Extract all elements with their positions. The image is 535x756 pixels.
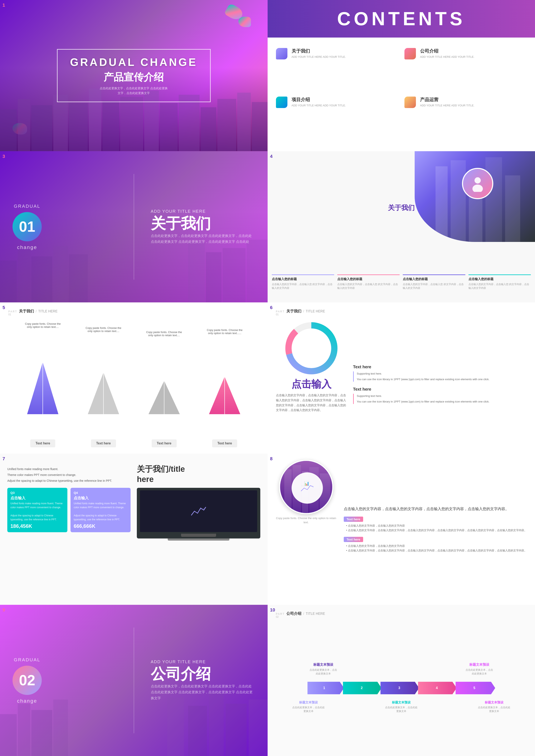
slash-10: / [303,612,304,616]
donut-chart-6 [284,321,339,376]
svg-marker-69 [456,682,495,694]
q3-box: Q3 点击输入 Unified fonts make reading more … [7,488,68,532]
slide9-left: GRADUAL 02 change [13,657,42,704]
building-circle-8: 📊 [279,460,333,514]
part-label-5: PART [8,310,17,313]
svg-rect-22 [206,252,221,302]
desc-text-9: 点击此处更换文字，点击此处更换文字 点击此处更换文字，点击此处 点击此处更换文字… [151,684,255,701]
col-2: 点击输入您的标题 点击输入您的文字内容，点击输入您 的文字内容，点击输入的文字内… [337,274,400,290]
title-here-5: TITLE HERE [38,310,57,313]
svg-rect-23 [223,248,245,302]
svg-rect-2 [18,99,30,151]
monitor-screen [140,490,257,532]
top-label-2: 标题文本预设 点击此处更换文本，点击 此处更换文本 [459,662,500,676]
subtitle-text: 点击此处更换文字，点击此处更换文字 点击此处更换 文字，点击此处更换文字 [70,86,198,95]
item-icon-1 [276,48,287,59]
svg-rect-53 [18,704,30,756]
intro-para-8: 点击输入您的文字内容，点击输入您的文字内容，点击输入您的文字内容，点击输入您的文… [344,506,528,512]
svg-point-31 [472,184,483,192]
part-title-10: 公司介绍 [286,611,301,616]
slide-10: 10 PART 02 公司介绍 / TITLE HERE 标题文本预设 点击此处… [268,605,535,756]
part-block-6: PART 01 [276,310,285,316]
top-label-spacer [380,662,422,676]
triangles-row [13,362,255,414]
svg-rect-12 [201,107,216,151]
bottom-row-10: 标题文本预设 点击此处更换文本，点击此处更换文本 标题文本预设 点击此处更换文本… [276,701,527,713]
part-block-10: PART 02 [276,612,285,618]
slide-number-8: 8 [270,456,273,462]
bottom-label-10-1: 标题文本预设 点击此处更换文本，点击此处更换文本 [292,701,325,713]
bottom-label-4: Text here [212,439,237,447]
part-header-5: PART 01 关于我们 / TITLE HERE [8,309,259,316]
col-3: 点击输入您的标题 点击输入您的文字内容，点击输入您 的文字内容，点击输入的文字内… [403,274,465,290]
contents-item-1: 关于我们 ADD YOUR TITLE HERE ADD YOUR TITLE. [276,48,398,90]
arrow-flow: 标题文本预设 点击此处更换文本，点击 此处更换文本 标题文本预设 点击此处更换文… [276,626,527,750]
slide-number-9: 9 [3,607,5,613]
contents-title: CONTENTS [337,8,465,30]
slide-8: 8 📊 [268,454,535,605]
title-here-6: TITLE HERE [306,310,325,313]
slide-6: 6 PART 01 关于我们 / TITLE HERE [268,302,535,454]
text-heading-2-6: Text here [353,387,527,392]
item-text-1: 关于我们 ADD YOUR TITLE HERE ADD YOUR TITLE. [292,48,346,58]
text-bullets-2-6: Supporting text here. You can use the ic… [353,394,527,404]
svg-rect-13 [217,99,236,151]
top-labels-row: 标题文本预设 点击此处更换文本，点击 此处更换文本 标题文本预设 点击此处更换文… [276,662,527,676]
svg-rect-57 [188,706,207,756]
contents-item-2: 公司介绍 ADD YOUR TITLE HERE ADD YOUR TITLE. [405,48,527,90]
svg-rect-15 [252,102,268,151]
right-col-8: 点击输入您的文字内容，点击输入您的文字内容，点击输入您的文字内容，点击输入您的文… [344,460,528,599]
svg-text:2: 2 [361,686,362,690]
body-text-6: 点击输入您的文字内容，点击输入您的文字内容，点击输入您的文字内容，点击输入您的文… [276,393,347,413]
monitor-frame [137,488,260,539]
q4-label: Q4 [73,491,127,494]
item-text-2: 公司介绍 ADD YOUR TITLE HERE ADD YOUR TITLE. [420,48,474,58]
bullets-2-8: • 点击输入您的文字内容，点在输入您的文字内容 • 点击输入您的文字内容，点在输… [344,544,528,553]
text-section-2-6: Text here Supporting text here. You can … [353,387,527,404]
slide-9: 9 GRADUAL 02 change ADD YOUR TITLE HERE … [0,605,268,756]
slide-number-10: 10 [270,607,275,613]
monitor-stand-neck [181,534,216,537]
triangle-svg-4 [209,377,240,414]
big-title-6: 点击输入 [291,378,331,391]
left-col-6: 点击输入 点击输入您的文字内容，点击输入您的文字内容，点击输入您的文字内容，点击… [276,321,347,447]
slide-number-4: 4 [270,154,273,159]
gradual-label-9: GRADUAL [13,657,42,662]
add-title-9: ADD YOUR TITLE HERE [151,659,255,664]
contents-header: CONTENTS [268,0,535,38]
svg-rect-58 [209,693,224,756]
item-text-4: 产品运营 ADD YOUR TITLE HERE ADD YOUR TITLE. [420,97,474,107]
slide-5: 5 PART 01 关于我们 / TITLE HERE Copy paste f… [0,302,268,454]
triangle-labels-top: Copy paste fonts. Choose the only option… [13,322,255,337]
slide-number-1: 1 [3,3,5,8]
svg-rect-4 [53,95,68,151]
q3-label: Q3 [11,491,64,494]
stat1: 186,456K [11,523,64,529]
slide3-right: ADD YOUR TITLE HERE 关于我们 点击此处更换文字，点击此处更换… [151,209,255,245]
svg-rect-55 [53,699,68,756]
divider-line-3 [134,174,134,280]
slide-3: 3 GRADUAL 01 change ADD YOUR TITLE HERE … [0,151,268,302]
bottom-label-10-2: 标题文本预设 点击此处更换文本，点击此处更换文本 [385,701,418,713]
top-label-1: 标题文本预设 点击此处更换文本，点击 此处更换文本 [302,662,344,676]
divider-9 [134,628,134,734]
triangle-svg-3 [149,381,180,414]
main-title-9: 公司介绍 [151,666,255,681]
text-section-1-6: Text here Supporting text here. You can … [353,365,527,382]
contents-item-3: 项目介绍 ADD YOUR TITLE HERE ADD YOUR TITLE. [276,97,398,139]
svg-text:📊: 📊 [304,481,309,486]
svg-rect-18 [31,257,52,302]
we-title-4: 关于我们 [388,203,415,212]
contents-grid: 关于我们 ADD YOUR TITLE HERE ADD YOUR TITLE.… [276,44,527,143]
tri-label-3: Copy paste fonts. Choose the only option… [145,330,183,337]
part-title-5: 关于我们 [19,309,34,314]
svg-point-30 [474,177,481,183]
part-num-10: 02 [276,615,285,618]
svg-text:5: 5 [473,686,475,690]
slide-1: 1 [0,0,268,151]
donut-label-8: Copy paste fonts. Choose the only option… [275,516,337,524]
tag2-8: Text here [344,537,363,542]
monitor-container [137,488,260,541]
svg-rect-11 [179,95,200,151]
slide9-right: ADD YOUR TITLE HERE 公司介绍 点击此处更换文字，点击此处更换… [151,659,255,701]
